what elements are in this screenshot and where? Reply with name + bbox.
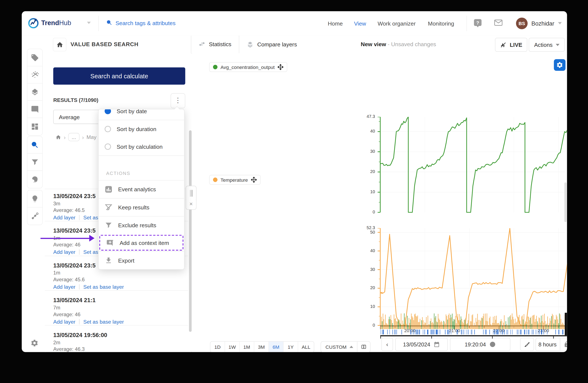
panel-close-button[interactable]: ✕	[186, 200, 196, 210]
move-handle-icon[interactable]	[251, 177, 257, 183]
menu-label: Sort by calculation	[117, 143, 163, 150]
user-name[interactable]: Bozhidar	[531, 20, 554, 27]
result-average: Average: 45.6	[53, 277, 188, 282]
range-1m-button[interactable]: 1M	[240, 342, 254, 352]
app-stage: TrendHub Search tags & attributes Home V…	[0, 0, 588, 383]
rail-fingerprint-icon[interactable]	[27, 171, 43, 188]
set-base-layer-link[interactable]: Set as base layer	[83, 319, 124, 325]
temperature-chart[interactable]	[376, 228, 567, 326]
set-base-layer-link[interactable]: Set as base layer	[83, 284, 124, 290]
rail-tags-icon[interactable]	[27, 49, 43, 67]
menu-item-event-analytics[interactable]: Event analytics	[99, 180, 184, 198]
lock-icon[interactable]	[564, 341, 567, 348]
results-count-label: RESULTS (7/1090)	[53, 97, 98, 103]
overview-axis-ticks	[380, 336, 567, 339]
menu-item-sort-by-date[interactable]: Sort by date	[99, 109, 184, 120]
rail-context-graph-icon[interactable]	[27, 207, 43, 225]
rail-settings-icon[interactable]	[27, 334, 42, 352]
search-and-calculate-button[interactable]: Search and calculate	[53, 67, 185, 85]
scale-steps-button[interactable]	[520, 338, 534, 351]
nav-monitoring[interactable]: Monitoring	[428, 20, 454, 27]
rail-filter-icon[interactable]	[27, 153, 43, 171]
left-icon-rail: +÷×−	[22, 53, 45, 352]
rail-comments-icon[interactable]	[27, 100, 43, 118]
results-context-menu: Sort by date Sort by duration Sort by ca…	[98, 109, 185, 269]
rail-search-icon[interactable]	[27, 136, 43, 154]
chart-area: Avg_conentration_output Temperature 47.3…	[192, 53, 567, 352]
avg-concentration-chart[interactable]	[376, 117, 567, 213]
results-scrollbar[interactable]	[189, 131, 191, 332]
menu-item-add-as-context-item[interactable]: Add as context item	[99, 235, 183, 251]
add-layer-link[interactable]: Add layer	[53, 284, 75, 290]
breadcrumb-ellipsis-button[interactable]: ...	[68, 133, 79, 141]
menu-item-export[interactable]: Export	[99, 252, 184, 269]
calendar-icon	[434, 341, 440, 348]
custom-range-button[interactable]: CUSTOM	[321, 341, 371, 352]
breadcrumb-home-icon[interactable]	[56, 134, 61, 140]
overview-context-band[interactable]	[380, 330, 567, 334]
rail-dashboard-icon[interactable]	[27, 118, 43, 135]
overview-series-strip[interactable]	[380, 313, 567, 329]
result-item[interactable]: 13/05/2024 21:1 7m Average: 46 Add layer…	[53, 297, 188, 325]
breadcrumb-current: May	[86, 134, 97, 140]
global-search-icon[interactable]	[106, 19, 112, 26]
start-date-input[interactable]: 13/05/2024	[395, 338, 448, 351]
compare-layers-button[interactable]: Compare layers	[246, 40, 297, 48]
nav-view[interactable]: View	[354, 20, 366, 27]
y-tick: 40	[359, 129, 375, 134]
menu-item-keep-results[interactable]: Keep results	[99, 198, 184, 216]
statistics-button[interactable]: Statistics	[198, 40, 231, 47]
annotation-arrowhead-icon	[89, 235, 95, 242]
add-layer-link[interactable]: Add layer	[53, 319, 75, 325]
actions-button[interactable]: Actions	[529, 38, 565, 52]
range-1y-button[interactable]: 1Y	[284, 342, 298, 352]
y-tick: 47.3	[359, 114, 375, 119]
help-icon[interactable]: ?	[474, 19, 482, 28]
user-dropdown-caret-icon[interactable]	[558, 22, 562, 24]
brand-light: Hub	[59, 19, 71, 27]
avatar[interactable]: BS	[516, 18, 528, 29]
chart-settings-button[interactable]	[554, 59, 566, 71]
add-layer-link[interactable]: Add layer	[53, 249, 75, 255]
start-time-value: 19:20:04	[465, 341, 486, 347]
rail-layers-icon[interactable]	[27, 83, 43, 101]
menu-item-exclude-results[interactable]: Exclude results	[99, 216, 184, 234]
rail-formulas-icon[interactable]: +÷×−	[27, 66, 43, 84]
nav-home[interactable]: Home	[328, 20, 343, 27]
result-duration: 2m	[53, 340, 188, 345]
fit-window-icon[interactable]	[361, 344, 367, 350]
mail-icon[interactable]	[494, 19, 503, 26]
brand-dropdown-caret-icon[interactable]	[87, 22, 91, 24]
chart-scrollbar[interactable]	[564, 182, 567, 222]
home-button[interactable]	[53, 38, 66, 51]
shift-back-button[interactable]: ‹	[381, 338, 393, 351]
live-button[interactable]: LIVE	[495, 38, 527, 52]
brand-name[interactable]: TrendHub	[41, 19, 71, 27]
legend-temperature[interactable]: Temperature	[209, 175, 261, 185]
result-item[interactable]: 13/05/2024 19:56:00 2m Average: 46.3 Add…	[53, 332, 188, 352]
svg-text:−: −	[34, 76, 36, 79]
range-3m-button[interactable]: 3M	[254, 342, 269, 352]
breadcrumb-chevron-icon: ›	[82, 134, 84, 140]
duration-input[interactable]: 8 hours	[536, 338, 567, 351]
add-layer-link[interactable]: Add layer	[53, 215, 75, 221]
nav-work-organizer[interactable]: Work organizer	[378, 20, 416, 27]
menu-item-sort-by-duration[interactable]: Sort by duration	[99, 120, 184, 138]
panel-resize-handle[interactable]	[186, 186, 196, 200]
menu-item-sort-by-calculation[interactable]: Sort by calculation	[99, 138, 184, 155]
radio-selected-icon	[105, 109, 111, 114]
start-time-input[interactable]: 19:20:04	[450, 338, 510, 351]
legend-avg-concentration[interactable]: Avg_conentration_output	[209, 62, 287, 72]
range-6m-button[interactable]: 6M	[269, 342, 284, 352]
move-handle-icon[interactable]	[278, 64, 284, 70]
range-1d-button[interactable]: 1D	[210, 342, 225, 352]
range-1w-button[interactable]: 1W	[225, 342, 240, 352]
rail-insights-icon[interactable]	[27, 190, 43, 208]
global-search-input[interactable]: Search tags & attributes	[115, 20, 176, 26]
range-all-button[interactable]: ALL	[298, 342, 314, 352]
results-menu-kebab-button[interactable]: ⋮	[171, 93, 185, 108]
y-tick: 50	[359, 230, 375, 234]
overview-window-indicator[interactable]	[565, 313, 567, 335]
series-color-dot	[213, 65, 217, 69]
radio-icon	[105, 143, 111, 150]
